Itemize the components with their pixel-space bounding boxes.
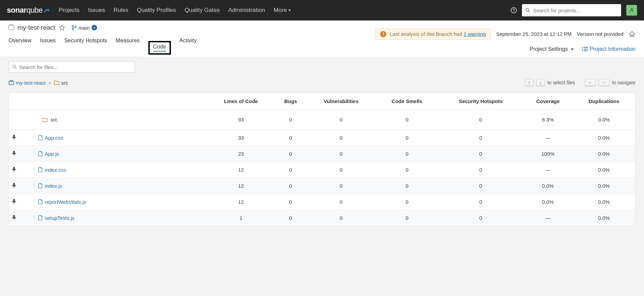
logo-wave-icon: [43, 7, 50, 13]
warning-banner: ! Last analysis of this Branch had 1 war…: [375, 29, 491, 40]
highlighted-code-tab: Code: [148, 41, 171, 55]
file-link[interactable]: reportWebVitals.js: [45, 199, 86, 205]
help-icon[interactable]: ?: [511, 7, 517, 13]
project-information-link[interactable]: Project Information: [582, 46, 635, 52]
project-header-left: my-test-react main +: [9, 24, 197, 31]
cell-dup: 0.0%: [573, 194, 635, 210]
global-search[interactable]: [522, 4, 621, 16]
global-search-input[interactable]: [533, 8, 618, 13]
avatar[interactable]: A: [626, 5, 637, 16]
tab-issues[interactable]: Issues: [40, 38, 56, 57]
search-icon: [525, 8, 531, 13]
cell-vuln: 0: [306, 210, 376, 226]
cell-loc: 12: [207, 178, 275, 194]
table-row[interactable]: └App.js230000100%0.0%: [9, 146, 635, 162]
svg-point-0: [526, 9, 529, 11]
pin-icon[interactable]: [12, 215, 16, 221]
nav-more[interactable]: More: [273, 7, 291, 14]
search-icon: [12, 65, 17, 70]
cell-vuln: 0: [306, 178, 376, 194]
file-link[interactable]: App.js: [45, 151, 59, 157]
cell-vuln: 0: [306, 130, 376, 146]
nav-quality-gates[interactable]: Quality Gates: [185, 7, 220, 14]
file-search[interactable]: [9, 61, 135, 73]
file-search-input[interactable]: [19, 64, 131, 70]
table-row[interactable]: └reportWebVitals.js1200000.0%0.0%: [9, 194, 635, 210]
cell-loc: 1: [207, 210, 275, 226]
cell-smells: 0: [376, 130, 438, 146]
branch-info[interactable]: main +: [72, 25, 97, 31]
cell-dup: 0.0%: [573, 130, 635, 146]
home-icon[interactable]: [629, 31, 635, 38]
breadcrumb-row: my-test-react > src ↑ ↓ to select files …: [9, 79, 635, 86]
branch-name: main: [79, 25, 90, 31]
nav-links: Projects Issues Rules Quality Profiles Q…: [58, 7, 511, 14]
cell-bugs: 0: [275, 194, 306, 210]
pin-icon[interactable]: [12, 151, 16, 156]
summary-coverage: 6.3%: [523, 110, 573, 130]
kbd-right: →: [599, 79, 609, 86]
breadcrumb-separator: >: [49, 80, 52, 86]
table-row[interactable]: └index.css120000—0.0%: [9, 162, 635, 178]
cell-bugs: 0: [275, 130, 306, 146]
cell-vuln: 0: [306, 146, 376, 162]
cell-hotspots: 0: [438, 162, 523, 178]
col-loc: Lines of Code: [207, 93, 275, 110]
version-label: Version not provided: [577, 31, 623, 37]
svg-point-11: [13, 65, 15, 68]
file-icon: [38, 135, 43, 140]
logo[interactable]: sonarqube: [7, 6, 50, 15]
global-navbar: sonarqube Projects Issues Rules Quality …: [0, 0, 644, 20]
table-header-row: Lines of Code Bugs Vulnerabilities Code …: [9, 93, 635, 110]
tab-measures[interactable]: Measures: [116, 38, 139, 57]
file-icon: [38, 199, 43, 204]
kbd-left: ←: [585, 79, 596, 86]
cell-dup: 0.0%: [573, 146, 635, 162]
project-settings-dropdown[interactable]: Project Settings: [529, 46, 574, 52]
tab-security-hotspots[interactable]: Security Hotspots: [64, 38, 107, 57]
file-link[interactable]: setupTests.js: [45, 215, 75, 221]
tab-activity[interactable]: Activity: [179, 38, 197, 57]
warning-link[interactable]: 1 warning: [464, 31, 486, 37]
pin-icon[interactable]: [12, 183, 16, 188]
nav-projects[interactable]: Projects: [58, 7, 79, 14]
summary-dup: 0.0%: [573, 110, 635, 130]
svg-point-4: [75, 26, 76, 27]
pin-icon[interactable]: [12, 199, 16, 204]
add-branch-icon[interactable]: +: [92, 25, 97, 30]
tab-code[interactable]: Code: [153, 44, 166, 52]
file-link[interactable]: App.css: [45, 135, 63, 141]
cell-loc: 33: [207, 130, 275, 146]
code-table: Lines of Code Bugs Vulnerabilities Code …: [9, 93, 635, 226]
hint-select-files: to select files: [548, 80, 575, 85]
cell-vuln: 0: [306, 162, 376, 178]
svg-line-12: [15, 67, 16, 69]
tab-overview[interactable]: Overview: [9, 38, 31, 57]
file-icon: [38, 151, 43, 156]
table-row[interactable]: └App.css330000—0.0%: [9, 130, 635, 146]
cell-loc: 23: [207, 146, 275, 162]
file-link[interactable]: index.css: [45, 167, 66, 173]
svg-line-1: [528, 11, 530, 12]
cell-smells: 0: [376, 178, 438, 194]
col-bugs: Bugs: [275, 93, 306, 110]
cell-coverage: —: [523, 162, 573, 178]
nav-quality-profiles[interactable]: Quality Profiles: [137, 7, 176, 14]
svg-rect-14: [10, 81, 13, 82]
breadcrumb-root[interactable]: my-test-react: [9, 80, 46, 86]
pin-icon[interactable]: [12, 135, 16, 140]
star-icon[interactable]: [59, 25, 65, 31]
nav-right: ? A: [511, 4, 637, 16]
project-title: my-test-react: [17, 24, 55, 31]
nav-rules[interactable]: Rules: [113, 7, 128, 14]
cell-bugs: 0: [275, 210, 306, 226]
nav-administration[interactable]: Administration: [228, 7, 265, 14]
pin-icon[interactable]: [12, 167, 16, 172]
branch-icon: [72, 25, 77, 30]
col-security-hotspots: Security Hotspots: [438, 93, 523, 110]
kbd-down: ↓: [536, 79, 545, 86]
nav-issues[interactable]: Issues: [88, 7, 105, 14]
table-row[interactable]: └setupTests.js10000—0.0%: [9, 210, 635, 226]
file-link[interactable]: index.js: [45, 183, 62, 189]
table-row[interactable]: └index.js1200000.0%0.0%: [9, 178, 635, 194]
